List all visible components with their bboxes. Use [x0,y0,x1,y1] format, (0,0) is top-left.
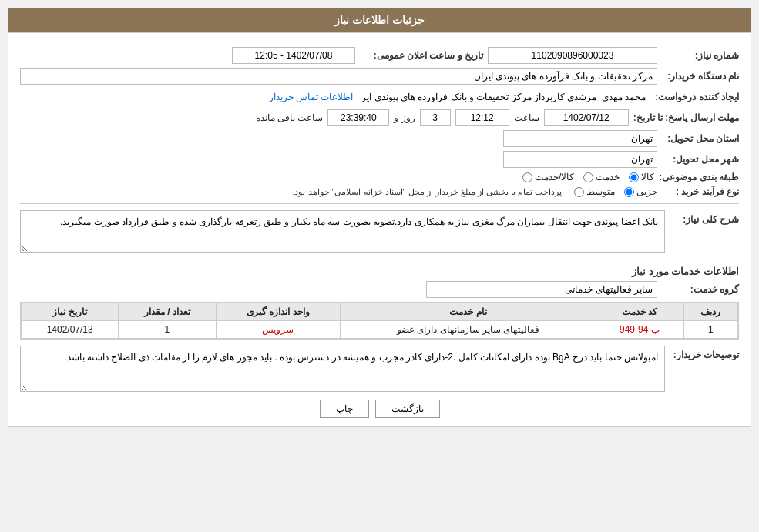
category-goods-services-radio[interactable] [522,172,532,182]
category-goods-radio[interactable] [629,172,639,182]
service-group-label: گروه خدمت: [662,284,739,295]
col-date: تاریخ نیاز [22,303,119,321]
creator-input[interactable] [358,89,650,105]
col-service-name: نام خدمت [341,303,596,321]
table-row: 1 ب-94-949 فعالیتهای سایر سازمانهای دارا… [22,321,738,339]
remaining-label: ساعت باقی مانده [256,112,324,123]
category-radio-group: کالا/خدمت خدمت کالا [522,172,654,182]
cell-unit: سرویس [216,321,341,339]
remaining-time-input[interactable] [327,109,389,126]
need-number-label: شماره نیاز: [662,50,739,61]
print-button[interactable]: چاپ [320,400,369,418]
purchase-medium-label: متوسط [586,186,615,197]
announcement-value-input[interactable] [232,47,355,64]
buyer-notes-textarea[interactable]: امبولانس حتما باید درج BgA بوده دارای ام… [20,346,665,392]
back-button[interactable]: بازگشت [375,400,440,418]
reply-deadline-label: مهلت ارسال پاسخ: تا تاریخ: [633,112,739,123]
delivery-city-input[interactable] [503,151,657,168]
purchase-note-text: پرداخت تمام یا بخشی از مبلغ خریدار از مح… [292,187,562,197]
category-service-radio[interactable] [583,172,593,182]
days-label: روز و [394,112,415,123]
cell-quantity: 1 [119,321,216,339]
purchase-partial-radio[interactable] [624,187,634,197]
page-header: جزئیات اطلاعات نیاز [8,8,751,32]
purchase-type-label: نوع فرآیند خرید : [662,186,739,197]
contact-info-link[interactable]: اطلاعات تماس خریدار [269,92,354,102]
deadline-date-input[interactable] [544,109,629,126]
delivery-city-label: شهر محل تحویل: [662,154,739,165]
purchase-partial-label: جزیی [636,186,657,197]
cell-service-name: فعالیتهای سایر سازمانهای دارای عضو [341,321,596,339]
announcement-label: تاریخ و ساعت اعلان عمومی: [360,50,483,61]
need-description-textarea[interactable]: بانک اعضا پیوندی جهت انتقال بیماران مرگ … [20,210,665,253]
category-goods-label: کالا [641,172,654,182]
delivery-province-label: استان محل تحویل: [662,133,739,144]
action-buttons: بازگشت چاپ [20,400,739,418]
col-quantity: تعداد / مقدار [119,303,216,321]
category-service-label: خدمت [596,172,620,182]
col-service-code: کد خدمت [596,303,683,321]
buyer-org-label: نام دستگاه خریدار: [662,71,739,82]
services-table-wrapper: ردیف کد خدمت نام خدمت واحد اندازه گیری ت… [20,302,739,340]
category-goods-services-label: کالا/خدمت [535,172,574,182]
services-table: ردیف کد خدمت نام خدمت واحد اندازه گیری ت… [21,303,738,339]
creator-label: ایجاد کننده درخواست: [655,92,739,102]
time-label: ساعت [514,112,539,123]
deadline-time-input[interactable] [455,109,509,126]
need-description-label: شرح کلی نیاز: [670,210,739,225]
days-input[interactable] [420,109,451,126]
service-group-input[interactable] [426,281,657,298]
purchase-type-radio-group: متوسط جزیی [574,186,657,197]
col-row-num: ردیف [683,303,737,321]
cell-row-num: 1 [683,321,737,339]
service-info-title: اطلاعات خدمات مورد نیاز [20,266,739,277]
cell-date: 1402/07/13 [22,321,119,339]
need-number-input[interactable] [488,47,657,64]
col-unit: واحد اندازه گیری [216,303,341,321]
delivery-province-input[interactable] [503,130,657,147]
buyer-notes-label: توصیحات خریدار: [670,346,739,360]
cell-service-code: ب-94-949 [596,321,683,339]
buyer-org-input[interactable] [20,68,657,85]
purchase-medium-radio[interactable] [574,187,584,197]
category-label: طبقه بندی موضوعی: [659,172,739,182]
